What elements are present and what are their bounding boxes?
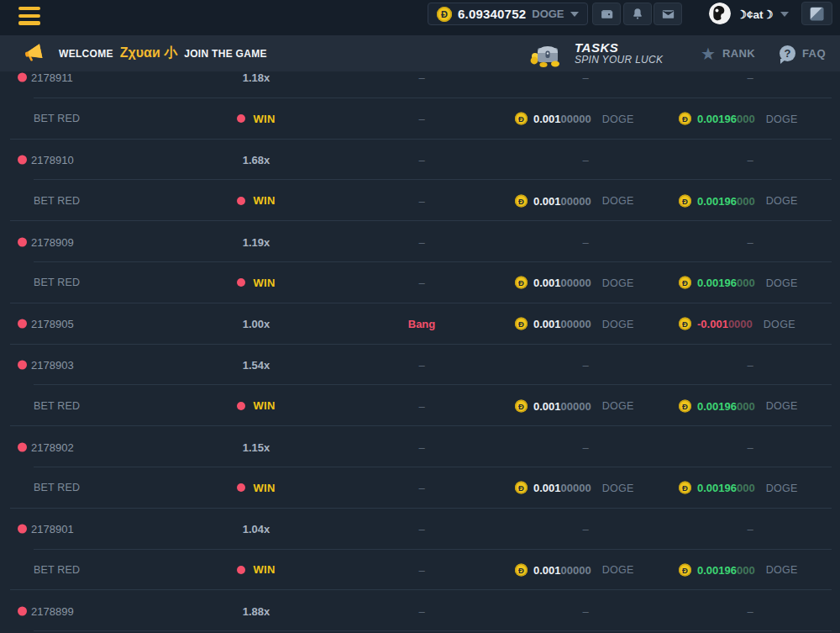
doge-coin-icon: Đ xyxy=(679,277,691,289)
welcome-suffix: JOIN THE GAME xyxy=(184,48,267,60)
empty-dash: – xyxy=(418,523,424,535)
username: ☽¢at☽ xyxy=(737,8,774,21)
empty-dash: – xyxy=(418,359,424,372)
faq-link[interactable]: ? FAQ xyxy=(780,35,826,71)
rank-link[interactable]: ★ RANK xyxy=(701,35,755,71)
multiplier-value: 1.54x xyxy=(243,359,270,372)
game-id: 2178899 xyxy=(31,604,74,617)
empty-dash: – xyxy=(418,154,424,166)
rank-label: RANK xyxy=(722,47,755,60)
bet-type-label: BET RED xyxy=(34,564,80,576)
win-indicator: WIN xyxy=(237,482,275,494)
game-id: 2178910 xyxy=(31,153,74,166)
amount-zeros: 000 xyxy=(737,482,755,494)
notifications-button[interactable] xyxy=(623,3,652,25)
welcome-message: WELCOME Ζχυαи 小 JOIN THE GAME xyxy=(59,35,267,71)
win-indicator: WIN xyxy=(237,277,275,289)
question-icon: ? xyxy=(780,45,795,61)
game-row[interactable]: 2178903 1.54x – – – xyxy=(0,345,840,386)
user-avatar[interactable] xyxy=(709,3,731,24)
empty-dash: – xyxy=(546,358,625,371)
avatar-image xyxy=(709,3,731,24)
empty-dash: – xyxy=(711,71,790,84)
amount-significant: -0.001 xyxy=(697,318,728,330)
bet-row[interactable]: BET RED WIN – Đ0.00100000DOGE Đ0.0019600… xyxy=(0,98,840,140)
profit-amount: Đ0.00196000DOGE xyxy=(679,194,798,207)
bet-row[interactable]: BET RED WIN – Đ0.00100000DOGE Đ0.0019600… xyxy=(0,550,840,591)
currency-label: DOGE xyxy=(602,564,634,576)
game-row[interactable]: 2178902 1.15x – – – xyxy=(0,426,840,467)
user-menu[interactable]: ☽¢at☽ xyxy=(737,0,789,28)
game-id: 2178903 xyxy=(31,358,74,371)
doge-coin-icon: Đ xyxy=(515,277,528,289)
game-id: 2178902 xyxy=(31,440,74,453)
empty-dash: – xyxy=(418,236,424,249)
bet-type-label: BET RED xyxy=(34,277,80,288)
currency-label: DOGE xyxy=(766,564,798,576)
game-row[interactable]: 2178901 1.04x – – – xyxy=(0,509,840,550)
star-icon: ★ xyxy=(701,45,716,62)
win-label: WIN xyxy=(253,482,275,494)
top-bar: Đ 6.09340752 DOGE ☽¢at☽ xyxy=(0,0,840,35)
amount-zeros: 00000 xyxy=(561,399,591,412)
currency-label: DOGE xyxy=(766,482,798,493)
game-id: 2178905 xyxy=(31,318,74,330)
game-row[interactable]: 2178905 1.00x Bang Đ0.00100000DOGE Đ-0.0… xyxy=(0,303,840,345)
empty-dash: – xyxy=(711,235,790,248)
profit-amount: Đ0.00196000DOGE xyxy=(679,277,798,289)
messages-button[interactable] xyxy=(654,3,682,25)
empty-dash: – xyxy=(418,195,424,208)
balance-amount: 6.09340752 xyxy=(458,7,526,21)
megaphone-icon xyxy=(23,43,45,64)
hamburger-menu-icon[interactable] xyxy=(18,7,40,25)
win-label: WIN xyxy=(253,563,275,576)
amount-zeros: 00000 xyxy=(561,482,591,494)
win-dot-icon xyxy=(237,402,245,410)
amount-zeros: 00000 xyxy=(561,194,591,207)
empty-dash: – xyxy=(546,523,625,535)
bet-row[interactable]: BET RED WIN – Đ0.00100000DOGE Đ0.0019600… xyxy=(0,262,840,303)
empty-dash: – xyxy=(418,441,424,454)
doge-coin-icon: Đ xyxy=(515,482,528,494)
amount-significant: 0.001 xyxy=(533,318,561,330)
game-status-dot xyxy=(18,606,27,615)
amount-significant: 0.001 xyxy=(533,194,561,207)
tasks-title: TASKS xyxy=(575,41,663,55)
game-status-dot xyxy=(18,237,27,246)
amount-significant: 0.001 xyxy=(533,563,561,576)
doge-coin-icon: Đ xyxy=(679,194,691,207)
game-row[interactable]: 2178910 1.68x – – – xyxy=(0,140,840,181)
bet-row[interactable]: BET RED WIN – Đ0.00100000DOGE Đ0.0019600… xyxy=(0,385,840,426)
amount-significant: 0.00196 xyxy=(697,399,737,412)
win-label: WIN xyxy=(253,277,275,289)
doge-coin-icon: Đ xyxy=(679,318,691,330)
currency-label: DOGE xyxy=(602,400,634,412)
wallet-button[interactable] xyxy=(592,3,621,25)
bet-type-label: BET RED xyxy=(34,113,80,124)
bet-amount: Đ0.00100000DOGE xyxy=(515,194,634,207)
bet-row[interactable]: BET RED WIN – Đ0.00100000DOGE Đ0.0019600… xyxy=(0,180,840,221)
currency-label: DOGE xyxy=(766,195,798,207)
amount-zeros: 00000 xyxy=(561,113,591,125)
balance-selector[interactable]: Đ 6.09340752 DOGE xyxy=(428,3,588,25)
amount-zeros: 000 xyxy=(737,563,755,576)
doge-coin-icon: Đ xyxy=(679,563,691,576)
game-row[interactable]: 2178909 1.19x – – – xyxy=(0,221,840,262)
game-status-dot xyxy=(18,525,27,534)
amount-zeros: 000 xyxy=(737,399,755,412)
amount-significant: 0.00196 xyxy=(697,277,737,289)
multiplier-value: 1.04x xyxy=(243,523,270,535)
win-indicator: WIN xyxy=(237,399,275,412)
tasks-banner-item[interactable]: TASKS SPIN YOUR LUCK xyxy=(529,35,663,71)
bet-row[interactable]: BET RED WIN – Đ0.00100000DOGE Đ0.0019600… xyxy=(0,467,840,509)
amount-zeros: 00000 xyxy=(561,277,591,289)
currency-label: DOGE xyxy=(602,277,634,288)
empty-dash: – xyxy=(418,400,424,413)
doge-coin-icon: Đ xyxy=(515,318,528,330)
game-row[interactable]: 2178911 1.18x – – – xyxy=(0,71,840,98)
game-row[interactable]: 2178899 1.88x – – – xyxy=(0,590,840,631)
game-status-dot xyxy=(18,319,27,329)
multiplier-value: 1.15x xyxy=(243,441,270,454)
game-id: 2178901 xyxy=(31,523,74,535)
chat-toggle-button[interactable] xyxy=(801,2,832,25)
